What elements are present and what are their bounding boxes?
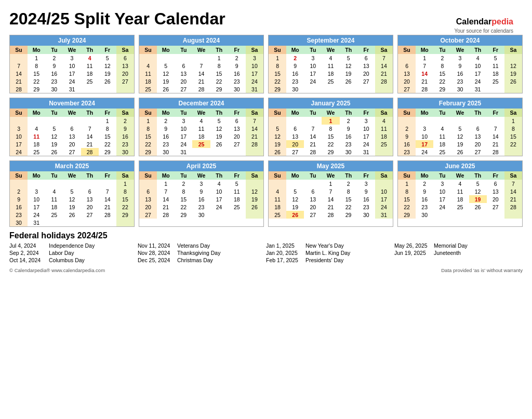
week-row: 2930 [269, 85, 393, 93]
day-cell: 24 [175, 140, 192, 148]
week-row: 2728293031 [398, 85, 522, 93]
logo-sub: Your source for calendars [454, 28, 513, 34]
day-cell: 23 [416, 203, 433, 211]
day-cell: 31 [28, 219, 45, 226]
day-cell: 31 [469, 85, 487, 93]
day-cell: 23 [398, 148, 416, 156]
month-header: April 2025 [139, 161, 263, 171]
week-row: 10111213141516 [10, 132, 134, 140]
day-cell: 15 [116, 195, 134, 203]
day-cell: 7 [10, 62, 28, 70]
day-cell: 1 [28, 54, 45, 62]
day-cell: 22 [139, 140, 157, 148]
day-cell: 27 [469, 148, 487, 156]
day-header: Su [269, 171, 286, 180]
day-cell: 12 [63, 195, 81, 203]
day-cell: 18 [81, 70, 99, 77]
day-cell [487, 85, 504, 93]
day-cell: 13 [398, 70, 416, 77]
day-header: Sa [504, 171, 522, 180]
day-cell: 30 [192, 211, 210, 219]
day-cell: 10 [304, 62, 322, 70]
month-table: SuMoTuWeThFrSa12345678910111213141516171… [10, 46, 134, 93]
day-cell: 19 [340, 70, 357, 77]
holiday-row: Nov 11, 2024Veterans Day [138, 242, 266, 249]
day-cell: 12 [246, 187, 263, 195]
day-cell: 15 [28, 70, 45, 77]
day-cell: 29 [139, 148, 157, 156]
week-row: 25262728293031 [269, 211, 393, 219]
week-row: 28293031 [10, 85, 134, 93]
day-cell: 26 [469, 203, 487, 211]
day-cell: 25 [45, 211, 63, 219]
day-cell: 6 [81, 187, 99, 195]
day-header: Fr [99, 109, 116, 117]
day-header: We [192, 109, 210, 117]
day-cell: 19 [157, 77, 175, 85]
month-header: November 2024 [10, 98, 134, 109]
day-header: Sa [504, 109, 522, 117]
day-cell: 10 [433, 187, 451, 195]
day-cell: 28 [416, 85, 433, 93]
week-row: 14151617181920 [10, 70, 134, 77]
week-row: 123 [269, 180, 393, 187]
day-cell: 16 [451, 70, 469, 77]
day-cell [81, 180, 99, 187]
day-cell: 12 [269, 132, 286, 140]
day-cell: 1 [416, 54, 433, 62]
holidays-grid: Jul 4, 2024Independence DaySep 2, 2024La… [9, 242, 523, 264]
day-cell: 13 [487, 187, 504, 195]
day-cell: 26 [504, 77, 522, 85]
day-header: Su [269, 109, 286, 117]
day-cell: 2 [433, 54, 451, 62]
day-cell [304, 180, 322, 187]
day-cell: 16 [340, 132, 357, 140]
month-table: SuMoTuWeThFrSa12345678910111213141516171… [269, 46, 393, 93]
day-cell: 21 [81, 140, 99, 148]
day-header: Fr [99, 46, 116, 54]
month-table: SuMoTuWeThFrSa12345678910111213141516171… [139, 109, 263, 156]
calendar-november-2024: November 2024SuMoTuWeThFrSa1234567891011… [9, 98, 135, 156]
day-cell: 2 [416, 180, 433, 187]
day-header: Mo [416, 46, 433, 54]
day-cell: 11 [192, 125, 210, 132]
day-cell: 15 [210, 70, 228, 77]
day-header: We [451, 46, 469, 54]
day-cell: 4 [375, 117, 393, 125]
day-cell: 12 [99, 62, 116, 70]
week-row: 1234567 [398, 180, 522, 187]
day-cell: 23 [116, 140, 134, 148]
day-cell: 12 [504, 62, 522, 70]
day-cell: 31 [175, 148, 192, 156]
day-cell: 18 [45, 203, 63, 211]
day-cell [228, 148, 246, 156]
day-cell [269, 180, 286, 187]
day-cell: 14 [416, 70, 433, 77]
day-cell: 3 [416, 125, 433, 132]
day-cell: 4 [269, 187, 286, 195]
day-header: We [63, 109, 81, 117]
day-cell: 31 [357, 148, 375, 156]
day-header: Mo [28, 171, 45, 180]
day-cell: 17 [304, 70, 322, 77]
day-cell: 5 [269, 125, 286, 132]
week-row: 25262728293031 [139, 85, 263, 93]
day-cell: 25 [487, 77, 504, 85]
day-cell: 20 [469, 140, 487, 148]
day-header: Fr [228, 109, 246, 117]
day-cell: 8 [269, 62, 286, 70]
day-header: Th [81, 46, 99, 54]
week-row: 20212223242526 [139, 203, 263, 211]
day-cell: 22 [269, 77, 286, 85]
day-cell: 1 [139, 117, 157, 125]
month-header: February 2025 [398, 98, 522, 109]
day-cell: 27 [398, 85, 416, 93]
holiday-date: Oct 14, 2024 [9, 257, 46, 263]
day-cell: 21 [157, 203, 175, 211]
month-header: June 2025 [398, 161, 522, 171]
month-header: December 2024 [139, 98, 263, 109]
day-cell: 23 [45, 77, 63, 85]
day-cell [99, 85, 116, 93]
holiday-row: Dec 25, 2024Christmas Day [138, 257, 266, 263]
day-header: Su [10, 171, 28, 180]
